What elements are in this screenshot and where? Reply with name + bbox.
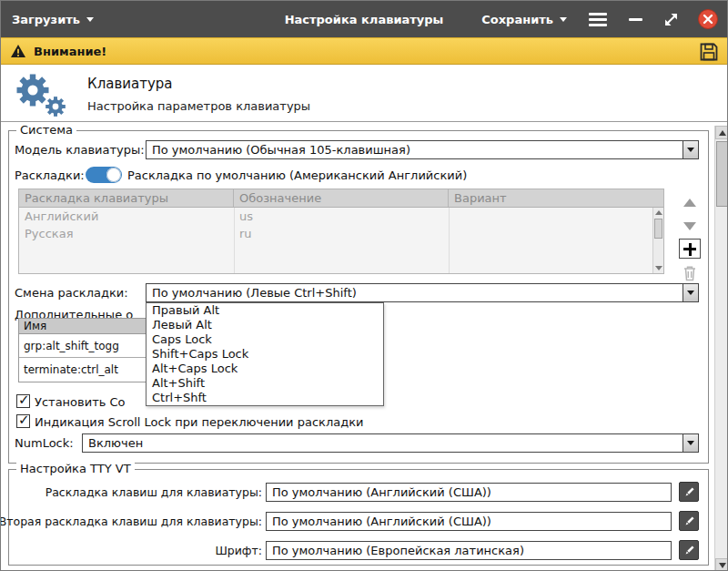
- expand-icon: [664, 13, 678, 26]
- page-title: Клавиатура: [87, 76, 173, 92]
- tty-font-label: Шрифт:: [215, 544, 262, 557]
- table-row[interactable]: Английский us: [19, 208, 663, 225]
- save-file-button[interactable]: [698, 41, 720, 66]
- arrow-down-icon: [719, 563, 726, 568]
- arrow-down-icon: [683, 222, 696, 230]
- menu-button[interactable]: [589, 13, 607, 26]
- cell-code: us: [234, 208, 449, 225]
- tty-keymap2-label: Вторая раскладка клавиш для клавиатуры:: [0, 515, 262, 528]
- dropdown-option[interactable]: Shift+Caps Lock: [147, 347, 383, 362]
- close-icon: [703, 14, 713, 25]
- system-legend: Система: [16, 123, 76, 137]
- tty-legend: Настройка TTY VT: [16, 462, 135, 475]
- add-layout-button[interactable]: [679, 239, 701, 259]
- scroll-up-icon[interactable]: [655, 210, 662, 215]
- warning-text: Внимание!: [34, 45, 106, 58]
- layouts-label: Раскладки:: [15, 168, 85, 182]
- column-header-code[interactable]: Обозначение: [234, 189, 449, 207]
- arrow-up-icon: [719, 130, 726, 136]
- dropdown-option[interactable]: Caps Lock: [147, 332, 383, 347]
- cell-layout: Русская: [19, 225, 234, 242]
- scrollbar-thumb[interactable]: [654, 219, 662, 239]
- titlebar: Загрузить Настройка клавиатуры Сохранить: [1, 1, 727, 37]
- move-down-button[interactable]: [679, 217, 701, 235]
- hamburger-icon: [589, 13, 607, 26]
- dropdown-option[interactable]: Правый Alt: [147, 303, 383, 318]
- scroll-lock-checkbox-label: Индикация Scroll Lock при переключении р…: [35, 415, 363, 429]
- dropdown-option[interactable]: Левый Alt: [147, 318, 383, 332]
- keyboard-settings-window: Загрузить Настройка клавиатуры Сохранить: [0, 0, 728, 571]
- keyboard-model-label: Модель клавиатуры:: [15, 143, 145, 157]
- table-scrollbar[interactable]: [652, 208, 663, 273]
- keyboard-model-select[interactable]: По умолчанию (Обычная 105-клавишная): [146, 140, 699, 159]
- chevron-down-icon: [86, 17, 94, 22]
- scroll-up-button[interactable]: [715, 126, 728, 139]
- pencil-icon: [683, 515, 695, 527]
- scroll-down-icon[interactable]: [655, 266, 662, 270]
- load-menu-label: Загрузить: [12, 13, 80, 26]
- scroll-lock-checkbox[interactable]: [16, 414, 30, 428]
- chevron-down-icon: [560, 17, 567, 22]
- tty-keymap-label: Раскладка клавиш для клавиатуры:: [46, 485, 262, 499]
- page-subtitle: Настройка параметров клавиатуры: [87, 99, 310, 113]
- cell-layout: Английский: [19, 208, 234, 225]
- arrow-up-icon: [683, 199, 696, 207]
- pencil-icon: [683, 486, 695, 498]
- minimize-button[interactable]: [629, 18, 642, 21]
- dropdown-option[interactable]: Alt+Caps Lock: [147, 362, 383, 376]
- warning-icon: [10, 44, 26, 58]
- cell-variant: [449, 225, 460, 242]
- numlock-value: Включен: [83, 434, 682, 452]
- delete-layout-button[interactable]: [679, 264, 701, 282]
- dropdown-option[interactable]: Alt+Shift: [147, 376, 383, 391]
- scroll-down-button[interactable]: [715, 558, 728, 571]
- option-row[interactable]: terminate:ctrl_alt: [19, 358, 154, 382]
- column-divider: [234, 208, 235, 273]
- column-header-layout[interactable]: Раскладка клавиатуры: [19, 189, 234, 207]
- pencil-icon: [683, 545, 695, 556]
- toggle-knob: [106, 168, 121, 182]
- minimize-icon: [629, 18, 642, 21]
- keyboard-model-value: По умолчанию (Обычная 105-клавишная): [147, 141, 682, 158]
- tty-keymap2-value: По умолчанию (Английский (США)): [272, 515, 491, 528]
- edit-font-button[interactable]: [679, 540, 699, 560]
- column-header-name[interactable]: Имя: [19, 319, 154, 334]
- tty-keymap-input[interactable]: По умолчанию (Английский (США)): [266, 483, 672, 502]
- expand-button[interactable]: [664, 13, 678, 26]
- layout-switch-label: Смена раскладки:: [15, 286, 128, 300]
- compose-checkbox-label: Установить Со: [35, 395, 126, 409]
- cell-code: ru: [234, 225, 449, 242]
- numlock-label: NumLock:: [15, 436, 74, 450]
- layouts-table: Раскладка клавиатуры Обозначение Вариант…: [18, 189, 664, 274]
- tty-font-input[interactable]: По умолчанию (Европейская латинская): [266, 541, 672, 560]
- chevron-down-icon[interactable]: [682, 141, 698, 158]
- compose-checkbox[interactable]: [16, 394, 30, 408]
- edit-keymap2-button[interactable]: [679, 511, 699, 531]
- move-up-button[interactable]: [679, 193, 701, 211]
- layout-switch-dropdown: Правый Alt Левый Alt Caps Lock Shift+Cap…: [146, 302, 384, 406]
- column-divider: [449, 208, 450, 273]
- default-layout-toggle[interactable]: [86, 167, 122, 183]
- edit-keymap-button[interactable]: [679, 482, 699, 502]
- options-table: Имя grp:alt_shift_togg terminate:ctrl_al…: [18, 318, 155, 382]
- option-row[interactable]: grp:alt_shift_togg: [19, 334, 154, 358]
- tty-font-value: По умолчанию (Европейская латинская): [272, 544, 524, 557]
- main-scrollbar[interactable]: [714, 126, 728, 571]
- table-row[interactable]: Русская ru: [19, 225, 663, 242]
- load-menu-button[interactable]: Загрузить: [12, 13, 94, 26]
- layout-switch-value: По умолчанию (Левые Ctrl+Shift): [147, 284, 682, 301]
- numlock-select[interactable]: Включен: [82, 433, 699, 453]
- save-menu-button[interactable]: Сохранить: [481, 13, 567, 26]
- tty-keymap-value: По умолчанию (Английский (США)): [272, 485, 491, 499]
- module-header: Клавиатура Настройка параметров клавиату…: [1, 65, 727, 121]
- close-button[interactable]: [698, 9, 718, 29]
- chevron-down-icon[interactable]: [682, 434, 698, 452]
- warning-bar: Внимание!: [1, 37, 727, 65]
- layout-switch-select[interactable]: По умолчанию (Левые Ctrl+Shift): [146, 283, 699, 302]
- column-header-variant[interactable]: Вариант: [449, 189, 663, 207]
- tty-keymap2-input[interactable]: По умолчанию (Английский (США)): [266, 512, 672, 531]
- scrollbar-thumb[interactable]: [716, 141, 728, 207]
- chevron-down-icon[interactable]: [682, 284, 698, 301]
- dropdown-option[interactable]: Ctrl+Shft: [147, 391, 383, 405]
- cell-variant: [449, 208, 460, 225]
